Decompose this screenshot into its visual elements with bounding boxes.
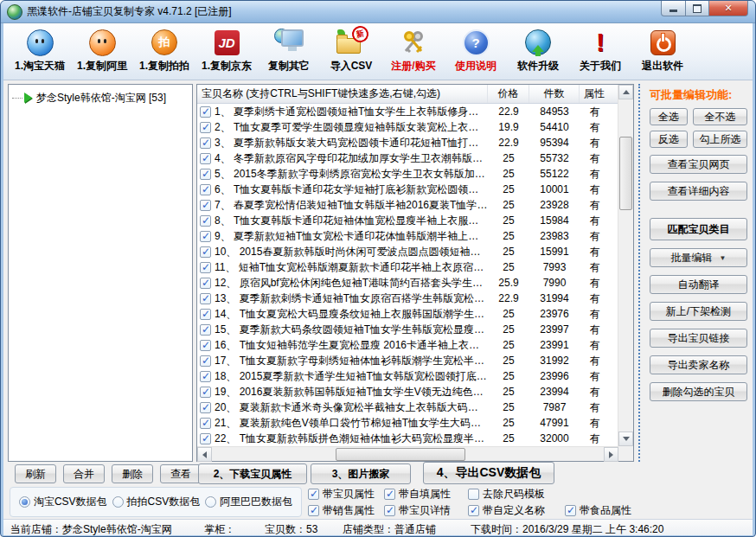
export-option-checkbox[interactable]: 带自填属性	[384, 487, 451, 501]
row-checkbox[interactable]	[200, 309, 211, 320]
view-button[interactable]: 查看	[160, 464, 202, 483]
close-button[interactable]: ✕	[709, 1, 748, 16]
export-option-checkbox[interactable]: 带宝贝详情	[384, 503, 451, 517]
row-checkbox[interactable]	[200, 106, 211, 118]
row-checkbox[interactable]	[200, 324, 211, 336]
batch-edit-dropdown[interactable]: 批量编辑 ▼	[650, 248, 747, 267]
row-checkbox[interactable]	[200, 418, 211, 429]
toolbar-copy-ali[interactable]: 1.复制阿里	[71, 27, 133, 77]
table-row[interactable]: 14、 T恤女夏宽松大码显瘦条纹短袖上衣服韩国版潮学生半袖...2523976有	[197, 306, 618, 322]
delete-button[interactable]: 删除	[112, 464, 153, 483]
toolbar-exit[interactable]: 退出软件	[631, 27, 694, 77]
match-category-button[interactable]: 匹配宝贝类目	[650, 218, 747, 240]
title-bar[interactable]: 黑谍软件-店铺宝贝复制专家 v4.71.2 [已注册] ✕	[1, 1, 755, 23]
row-checkbox[interactable]	[200, 387, 211, 398]
toolbar-copy-jd[interactable]: JD 1.复制京东	[195, 27, 258, 77]
col-header-count[interactable]: 件数	[529, 85, 580, 103]
select-all-button[interactable]: 全选	[650, 108, 688, 125]
table-row[interactable]: 12、 原宿风bf宽松休闲纯色短袖T港味简约百搭套头学生女T...25.9799…	[197, 275, 618, 291]
table-row[interactable]: 5、 2015冬季新款字母刺绣原宿宽松女学生卫衣女韩版加绒加...2555122…	[197, 166, 618, 182]
panel-splitter[interactable]	[638, 84, 640, 462]
maximize-button[interactable]	[686, 1, 709, 16]
table-row[interactable]: 15、 夏季新款大码条纹圆领短袖T恤女学生韩版宽松显瘦上衣...2523997有	[197, 322, 618, 337]
table-row[interactable]: 4、 冬季新款原宿风字母印花加绒加厚女学生卫衣潮韩版宽松...2555732有	[197, 150, 618, 166]
col-header-price[interactable]: 价格	[488, 85, 529, 103]
row-checkbox[interactable]	[200, 137, 211, 149]
view-detail-button[interactable]: 查看详细内容	[650, 182, 747, 201]
table-row[interactable]: 22、 T恤女夏新款韩版拼色潮短袖体恤衫大码宽松显瘦半袖上2532000有	[197, 431, 618, 446]
table-row[interactable]: 1、 夏季刺绣卡通宽松圆领短袖T恤女学生上衣韩版修身打底衫...22.98495…	[197, 104, 618, 119]
row-checkbox[interactable]	[200, 340, 211, 351]
export-links-button[interactable]: 导出宝贝链接	[650, 329, 747, 348]
table-row[interactable]: 9、 夏季新款短袖T恤女宽松卡通印花体恤韩版潮半袖上衣服...2523983有	[197, 228, 618, 244]
toolbar-copy-other[interactable]: 复制其它	[258, 27, 320, 77]
row-checkbox[interactable]	[200, 153, 211, 164]
col-header-name[interactable]: 宝贝名称 (支持CTRL与SHIFT键快速多选,右键,勾选)	[197, 85, 488, 103]
export-option-checkbox[interactable]: 带自定义名称	[468, 503, 545, 517]
csv-type-radio[interactable]: 阿里巴巴数据包	[205, 495, 292, 509]
table-row[interactable]: 21、 夏装新款纯色V领单口袋竹节棉短袖T恤女学生大码体恤...2547991有	[197, 415, 618, 431]
toolbar-about[interactable]: ! 关于我们	[569, 27, 631, 77]
row-checkbox[interactable]	[200, 184, 211, 195]
table-row[interactable]: 2、 T恤女夏季可爱学生圆领显瘦短袖韩版女装宽松上衣服打底...19.95441…	[197, 119, 618, 135]
toolbar-taobao-tmall[interactable]: 1.淘宝天猫	[9, 27, 71, 77]
select-none-button[interactable]: 全不选	[693, 108, 747, 125]
table-row[interactable]: 6、 T恤女夏韩版卡通印花女学短袖打底衫新款宽松圆领上衣体...2510001有	[197, 182, 618, 197]
image-move-button[interactable]: 3、图片搬家	[311, 463, 411, 484]
export-option-checkbox[interactable]: 带食品属性	[565, 503, 631, 517]
row-checkbox[interactable]	[200, 231, 211, 242]
table-row[interactable]: 11、 短袖T恤女宽松韩版潮夏新款卡通印花半袖上衣原宿学生...257993有	[197, 259, 618, 275]
vertical-scrollbar[interactable]	[618, 85, 633, 446]
row-checkbox[interactable]	[200, 246, 211, 258]
scroll-left-button[interactable]	[197, 447, 212, 462]
export-csv-button[interactable]: 4、导出CSV数据包	[423, 462, 554, 484]
view-item-page-button[interactable]: 查看宝贝网页	[650, 155, 747, 174]
table-row[interactable]: 10、 2015春夏新款韩版时尚休闲可爱波点圆点圆领短袖套头...2515991…	[197, 244, 618, 259]
check-selected-button[interactable]: 勾上所选	[693, 131, 747, 148]
row-checkbox[interactable]	[200, 371, 211, 382]
row-checkbox[interactable]	[200, 355, 211, 367]
row-checkbox[interactable]	[200, 278, 211, 289]
delete-checked-button[interactable]: 删除勾选的宝贝	[650, 382, 747, 401]
table-row[interactable]: 13、 夏季新款刺绣卡通短袖T恤女原宿百搭学生韩版宽松打底...22.93199…	[197, 291, 618, 306]
table-row[interactable]: 16、 T恤女短袖韩范学生夏宽松显瘦 2016卡通半袖上衣服韩版...25239…	[197, 337, 618, 353]
toolbar-upgrade[interactable]: 软件升级	[507, 27, 569, 77]
row-checkbox[interactable]	[200, 433, 211, 444]
table-row[interactable]: 7、 春夏季宽松情侣装短袖T恤女韩版半袖2016夏装T恤学生体...252392…	[197, 197, 618, 213]
export-sellers-button[interactable]: 导出卖家名称	[650, 355, 747, 374]
table-row[interactable]: 20、 夏装新款卡通米奇头像宽松半截袖女上衣韩版大码可爱...257987有	[197, 400, 618, 415]
scroll-right-button[interactable]	[604, 447, 618, 462]
row-checkbox[interactable]	[200, 402, 211, 413]
toolbar-register-buy[interactable]: 注册/购买	[382, 27, 445, 77]
export-option-checkbox[interactable]: 带销售属性	[308, 503, 375, 517]
row-checkbox[interactable]	[200, 262, 211, 273]
col-header-attr[interactable]: 属性	[580, 85, 618, 103]
row-checkbox[interactable]	[200, 169, 211, 180]
toolbar-import-csv[interactable]: 新 导入CSV	[320, 27, 382, 77]
row-checkbox[interactable]	[200, 215, 211, 227]
export-option-checkbox[interactable]: 去除尺码模板	[468, 487, 545, 501]
table-row[interactable]: 19、 2016夏装新款韩国韩版短袖T恤女学生V领无边纯色大码...252399…	[197, 384, 618, 400]
horizontal-scrollbar[interactable]	[197, 446, 618, 461]
invert-selection-button[interactable]: 反选	[650, 131, 688, 148]
horizontal-scroll-thumb[interactable]	[336, 448, 465, 461]
row-checkbox[interactable]	[200, 122, 211, 133]
minimize-button[interactable]	[661, 1, 686, 16]
table-row[interactable]: 18、 2015夏季新款卡通学生短袖T恤女韩版宽松圆领打底小衫...252399…	[197, 368, 618, 384]
toolbar-copy-paipai[interactable]: 拍 1.复制拍拍	[133, 27, 195, 77]
csv-type-radio[interactable]: 淘宝CSV数据包	[19, 495, 107, 509]
tree-item-shop[interactable]: 梦念Style韩依馆-淘宝网 [53]	[9, 90, 192, 105]
table-row[interactable]: 3、 夏季新款韩版女装大码宽松圆领卡通印花短袖T恤打底衫学...22.99539…	[197, 135, 618, 150]
download-attrs-button[interactable]: 2、下载宝贝属性	[198, 463, 307, 484]
merge-button[interactable]: 合并	[63, 464, 105, 483]
export-option-checkbox[interactable]: 带宝贝属性	[308, 487, 375, 501]
refresh-button[interactable]: 刷新	[15, 464, 56, 483]
table-row[interactable]: 17、 T恤女夏新款字母刺绣短袖体恤衫韩版潮学生宽松半袖上...2531992有	[197, 353, 618, 368]
vertical-scroll-thumb[interactable]	[619, 137, 632, 210]
table-row[interactable]: 8、 T恤女夏韩版卡通印花短袖体恤宽松显瘦半袖上衣服学生...2515984有	[197, 213, 618, 228]
scroll-up-button[interactable]	[618, 85, 633, 99]
csv-type-radio[interactable]: 拍拍CSV数据包	[112, 495, 201, 509]
auto-translate-button[interactable]: 自动翻译	[650, 275, 747, 294]
row-checkbox[interactable]	[200, 293, 211, 304]
row-checkbox[interactable]	[200, 200, 211, 211]
